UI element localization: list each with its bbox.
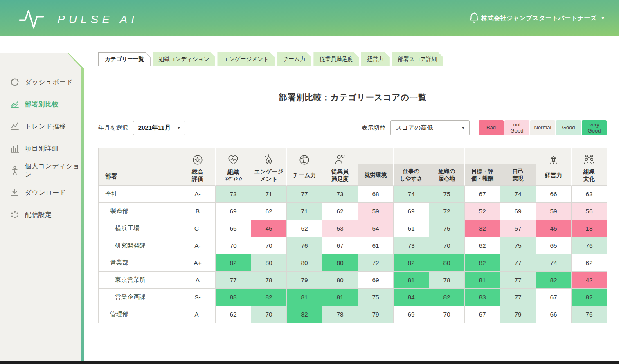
tab-category-list[interactable]: カテゴリー一覧 — [98, 52, 151, 66]
engagement-flame-icon — [251, 148, 286, 167]
score-cell: 68 — [358, 186, 394, 203]
score-cell: 62 — [287, 220, 322, 237]
tab-team-power[interactable]: チーム力 — [277, 52, 312, 66]
sidebar-item-personal-condition[interactable]: 個人コンディション — [0, 160, 81, 182]
score-cell: 73 — [322, 186, 358, 203]
score-cell: 69 — [358, 272, 394, 289]
department-name: 製造部 — [99, 203, 180, 220]
app-logo: PULSE AI — [16, 7, 138, 30]
tab-label: 従業員満足度 — [320, 56, 353, 63]
score-cell: 61 — [394, 220, 429, 237]
score-cell: 67 — [465, 306, 500, 323]
download-icon — [10, 188, 20, 198]
score-cell: 74 — [394, 186, 429, 203]
sidebar-item-trend[interactable]: トレンド推移 — [0, 115, 81, 137]
table-row: 横浜工場C-6645625354617532574518 — [99, 220, 607, 237]
table-row: 研究開発課A-7070766761737062756576 — [99, 237, 607, 254]
month-select-value: 2021年11月 — [138, 124, 171, 132]
score-cell: 66 — [536, 306, 572, 323]
overall-grade: B — [180, 203, 216, 220]
sidebar-item-label: 項目別詳細 — [25, 144, 59, 153]
score-cell: 54 — [358, 220, 394, 237]
column-header-comfort: 組織の居心地 — [429, 148, 465, 186]
score-cell: 18 — [572, 220, 607, 237]
column-header-management-power: 経営力 — [536, 148, 572, 186]
distribution-icon — [10, 210, 20, 220]
score-cell: 81 — [287, 289, 322, 306]
column-header-goal-evaluation-reward: 目標・評価・報酬 — [465, 148, 500, 186]
tab-label: カテゴリー一覧 — [105, 56, 144, 63]
display-toggle-select[interactable]: スコアの高低 ▼ — [390, 120, 470, 135]
overall-grade: A — [180, 272, 216, 289]
score-cell: 75 — [429, 220, 465, 237]
table-row: 東京営業所A7778798069817881778242 — [99, 272, 607, 289]
score-cell: 79 — [287, 272, 322, 289]
score-cell: 76 — [572, 306, 607, 323]
score-cell: 76 — [572, 237, 607, 254]
column-header-org-condition: 組織ｺﾝﾃﾞｨｼｮﾝ — [216, 148, 251, 186]
app-header: PULSE AI 株式会社ジャンプスタートパートナーズ ∨ — [0, 0, 619, 36]
org-culture-icon — [572, 148, 607, 167]
sidebar-item-distribution-settings[interactable]: 配信設定 — [0, 204, 81, 226]
score-cell: 70 — [429, 306, 465, 323]
caret-down-icon: ▼ — [461, 126, 465, 130]
score-cell: 72 — [358, 254, 394, 272]
sidebar-nav: ダッシュボード部署別比較トレンド推移項目別詳細個人コンディションダウンロード配信… — [0, 53, 81, 226]
tab-management-power[interactable]: 経営力 — [361, 52, 390, 66]
globe-icon — [287, 148, 322, 167]
score-cell: 88 — [216, 289, 251, 306]
tab-dept-score-detail[interactable]: 部署スコア詳細 — [392, 52, 443, 66]
bar-chart-icon — [10, 144, 20, 153]
tab-engagement[interactable]: エンゲージメント — [217, 52, 275, 66]
logo-text: PULSE AI — [57, 13, 138, 26]
score-cell: 76 — [287, 237, 322, 254]
sidebar-item-label: ダッシュボード — [25, 78, 73, 87]
sidebar-item-item-detail[interactable]: 項目別詳細 — [0, 137, 81, 160]
title-divider — [98, 110, 607, 110]
notification-bell-icon[interactable] — [468, 11, 480, 25]
month-select[interactable]: 2021年11月 ▼ — [133, 121, 185, 135]
score-cell: 62 — [572, 254, 607, 272]
department-name: 営業部 — [99, 254, 180, 272]
score-cell: 67 — [465, 186, 500, 203]
score-legend: BadnotGoodNormalGoodveryGood — [479, 120, 607, 135]
score-cell: 57 — [500, 220, 536, 237]
score-cell: 82 — [287, 306, 322, 323]
tab-employee-satisfaction[interactable]: 従業員満足度 — [313, 52, 359, 66]
score-cell: 74 — [536, 254, 572, 272]
department-name: 全社 — [99, 186, 180, 203]
score-cell: 72 — [429, 203, 465, 220]
score-cell: 80 — [429, 254, 465, 272]
score-cell: 75 — [358, 289, 394, 306]
score-cell: 77 — [216, 272, 251, 289]
heart-pulse-icon — [216, 148, 251, 167]
score-cell: 78 — [322, 306, 358, 323]
score-cell: 53 — [322, 220, 358, 237]
sidebar-item-label: 配信設定 — [25, 211, 52, 219]
score-cell: 73 — [394, 237, 429, 254]
column-header-engagement: エンゲージメント — [251, 148, 287, 186]
score-cell: 69 — [500, 203, 536, 220]
company-name: 株式会社ジャンプスタートパートナーズ — [481, 14, 597, 22]
table-row: 管理部A-6270827879697067796676 — [99, 306, 607, 323]
department-name: 管理部 — [99, 306, 180, 323]
sidebar: ダッシュボード部署別比較トレンド推移項目別詳細個人コンディションダウンロード配信… — [0, 53, 84, 361]
score-table: 部署総合評価組織ｺﾝﾃﾞｨｼｮﾝエンゲージメントチーム力従業員満足度就労環境仕事… — [98, 148, 607, 323]
sidebar-item-dept-comparison[interactable]: 部署別比較 — [0, 93, 81, 115]
sidebar-item-dashboard[interactable]: ダッシュボード — [0, 71, 81, 93]
overall-grade: C- — [180, 220, 216, 237]
overall-grade: A- — [180, 306, 216, 323]
column-header-team-power: チーム力 — [287, 148, 322, 186]
tab-org-condition[interactable]: 組織コンディション — [153, 52, 216, 66]
company-dropdown[interactable]: 株式会社ジャンプスタートパートナーズ ∨ — [481, 0, 605, 36]
chevron-down-icon: ∨ — [601, 16, 605, 20]
sidebar-item-download[interactable]: ダウンロード — [0, 182, 81, 204]
score-cell: 82 — [251, 289, 287, 306]
column-header-self-realization: 自己実現 — [500, 148, 536, 186]
score-cell: 80 — [251, 254, 287, 272]
score-cell: 81 — [465, 272, 500, 289]
score-cell: 82 — [536, 272, 572, 289]
score-cell: 73 — [216, 186, 251, 203]
score-cell: 81 — [394, 272, 429, 289]
score-cell: 78 — [251, 272, 287, 289]
